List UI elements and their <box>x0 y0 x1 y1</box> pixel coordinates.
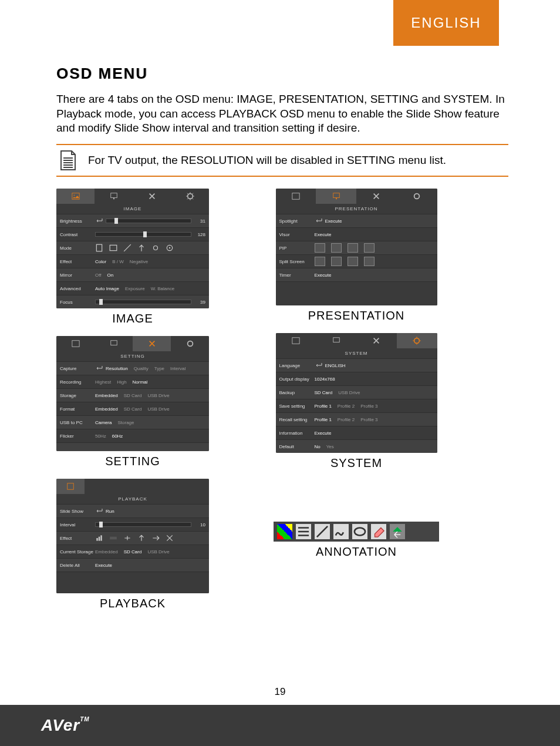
row-label: Split Screen <box>279 259 315 264</box>
panel-sub-system: SYSTEM <box>276 348 437 358</box>
caption-playback: PLAYBACK <box>100 597 166 610</box>
annot-eraser-icon[interactable] <box>371 524 386 539</box>
tab-image-icon[interactable] <box>276 333 316 348</box>
tab-playback-icon[interactable] <box>56 479 85 494</box>
svg-rect-3 <box>113 198 114 200</box>
tab-image-icon[interactable] <box>276 189 316 204</box>
row-label: Slide Show <box>60 509 95 514</box>
osd-panel-playback: PLAYBACK Slide ShowRun Interval10 Effect… <box>56 479 209 593</box>
tab-presentation-icon[interactable] <box>316 333 356 348</box>
row-label: Save setting <box>279 404 315 409</box>
row-label: Flicker <box>60 434 95 439</box>
caption-annotation: ANNOTATION <box>316 545 397 559</box>
svg-rect-18 <box>292 193 299 200</box>
osd-panel-presentation: PRESENTATION SpotlightExecute VisorExecu… <box>276 189 437 305</box>
tab-setting-icon[interactable] <box>133 336 171 351</box>
row-label: Recall setting <box>279 417 315 422</box>
split-icons[interactable] <box>315 257 434 266</box>
annot-line-thickness-icon[interactable] <box>296 524 311 539</box>
mode-icons[interactable] <box>95 244 205 252</box>
svg-point-21 <box>414 194 420 199</box>
svg-point-24 <box>414 338 420 344</box>
row-value: 31 <box>191 219 205 224</box>
annot-freehand-icon[interactable] <box>333 524 349 539</box>
tab-setting-icon[interactable] <box>133 189 171 204</box>
svg-rect-22 <box>292 338 299 344</box>
brightness-slider[interactable] <box>106 219 191 223</box>
row-label: Timer <box>279 273 315 278</box>
pip-icons[interactable] <box>315 243 434 253</box>
enter-icon <box>315 218 323 224</box>
row-label: Storage <box>60 393 95 398</box>
row-label: Effect <box>60 536 95 541</box>
row-label: Advanced <box>60 286 95 291</box>
svg-rect-13 <box>68 483 74 490</box>
row-label: Language <box>279 363 315 368</box>
svg-point-7 <box>154 246 158 250</box>
row-label: Effect <box>60 259 95 264</box>
panel-sub-image: IMAGE <box>56 204 209 214</box>
osd-panel-image: IMAGE Brightness31 Contrast128 Mode Effe… <box>56 189 209 308</box>
svg-rect-6 <box>110 245 117 250</box>
annot-line-icon[interactable] <box>315 524 330 539</box>
row-label: Information <box>279 431 315 436</box>
intro-paragraph: There are 4 tabs on the OSD menu: IMAGE,… <box>56 92 508 136</box>
svg-rect-14 <box>96 538 97 541</box>
annot-shape-icon[interactable] <box>352 524 367 539</box>
svg-rect-19 <box>333 193 339 198</box>
row-label: Default <box>279 444 315 449</box>
row-label: Focus <box>60 300 95 305</box>
svg-rect-23 <box>333 338 339 342</box>
row-value: 128 <box>191 232 205 237</box>
enter-icon <box>315 362 323 368</box>
interval-slider[interactable] <box>95 522 191 527</box>
svg-point-9 <box>169 247 170 248</box>
note-text: For TV output, the RESOLUTION will be di… <box>88 154 446 167</box>
tab-system-icon[interactable] <box>397 333 437 348</box>
panel-sub-setting: SETTING <box>56 351 209 361</box>
caption-setting: SETTING <box>105 455 160 468</box>
enter-icon <box>95 365 103 371</box>
tab-system-icon[interactable] <box>397 189 437 204</box>
annot-color-palette-icon[interactable] <box>277 524 292 539</box>
annot-close-icon[interactable] <box>390 524 405 539</box>
row-label: Brightness <box>60 219 95 224</box>
caption-presentation: PRESENTATION <box>308 309 405 322</box>
tab-setting-icon[interactable] <box>356 189 397 204</box>
tab-image-icon[interactable] <box>56 189 95 204</box>
svg-point-1 <box>73 194 75 196</box>
focus-slider[interactable] <box>95 300 191 304</box>
osd-panel-setting: SETTING CaptureResolutionQualityTypeInte… <box>56 336 209 451</box>
row-label: Interval <box>60 522 95 527</box>
svg-rect-2 <box>110 193 117 198</box>
annotation-toolbar <box>274 522 439 542</box>
row-label: Mirror <box>60 273 95 278</box>
osd-panel-system: SYSTEM LanguageENGLISH Output display102… <box>276 333 437 453</box>
effect-icons[interactable] <box>95 534 205 542</box>
footer-bar: AVerTM <box>0 705 560 746</box>
svg-rect-11 <box>110 341 117 345</box>
heading-osd-menu: OSD MENU <box>56 65 508 83</box>
tab-presentation-icon[interactable] <box>95 336 133 351</box>
row-label: PIP <box>279 246 315 251</box>
tab-system-icon[interactable] <box>171 189 209 204</box>
row-label: USB to PC <box>60 420 95 425</box>
row-value: 10 <box>191 522 205 527</box>
tab-presentation-icon[interactable] <box>316 189 356 204</box>
tab-presentation-icon[interactable] <box>95 189 133 204</box>
row-value: 39 <box>191 300 205 305</box>
contrast-slider[interactable] <box>95 232 191 237</box>
tab-image-icon[interactable] <box>56 336 95 351</box>
tab-setting-icon[interactable] <box>356 333 397 348</box>
svg-rect-5 <box>96 244 102 251</box>
row-label: Format <box>60 406 95 412</box>
tab-system-icon[interactable] <box>171 336 209 351</box>
language-tab: ENGLISH <box>393 0 499 46</box>
row-label: Visor <box>279 232 315 237</box>
svg-point-25 <box>355 528 365 536</box>
row-label: Current Storage <box>60 549 95 555</box>
row-label: Contrast <box>60 232 95 237</box>
row-label: Mode <box>60 246 95 251</box>
row-label: Backup <box>279 390 315 395</box>
enter-icon <box>95 218 103 224</box>
